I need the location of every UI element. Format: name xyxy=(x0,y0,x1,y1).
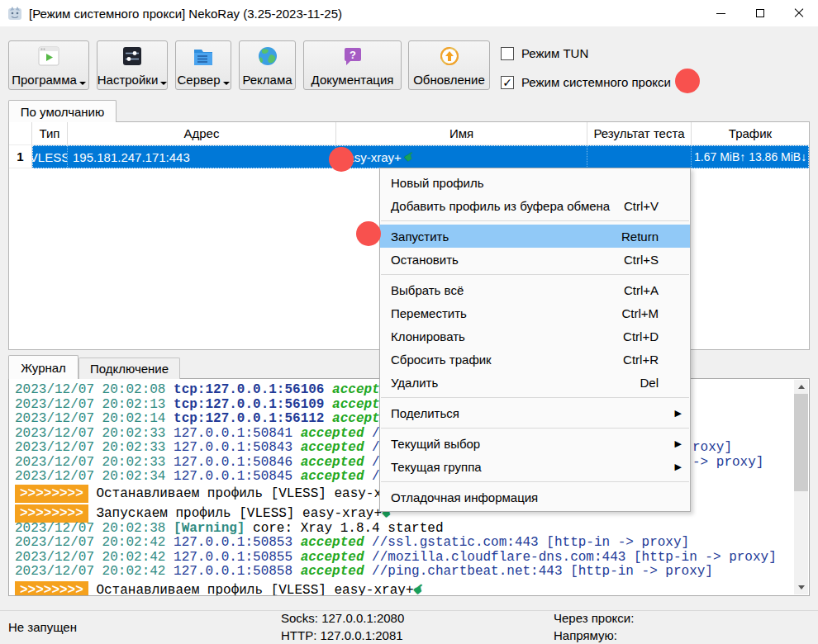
click-annotation-run xyxy=(356,221,381,246)
log-segment: accepted xyxy=(292,550,364,565)
submenu-arrow-icon: ▶ xyxy=(672,462,682,471)
menu-item-run[interactable]: ЗапуститьReturn xyxy=(380,225,690,248)
cell-address: 195.181.247.171:443 xyxy=(68,145,336,168)
log-segment: 127.0.0.1:50841 xyxy=(174,426,292,441)
menu-item-current-group[interactable]: Текущая группа▶ xyxy=(380,455,690,478)
log-line: 2023/12/07 20:02:38 [Warning] core: Xray… xyxy=(15,522,794,537)
svg-text:?: ? xyxy=(350,49,356,61)
scroll-down-button[interactable] xyxy=(794,580,808,594)
cell-name: easy-xray+☛ xyxy=(336,145,587,168)
tab-log-label: Журнал xyxy=(21,361,66,375)
table-row[interactable]: 1 VLESS 195.181.247.171:443 easy-xray+☛ … xyxy=(9,145,809,168)
folder-icon xyxy=(191,45,216,69)
log-segment: 2023/12/07 20:02:14 xyxy=(15,411,174,426)
log-segment: accepted xyxy=(292,440,364,455)
dropdown-arrow-icon xyxy=(223,82,230,85)
window-title: [Режим системного прокси] NekoRay (3.25-… xyxy=(29,7,342,21)
menu-item-move[interactable]: ПереместитьCtrl+M xyxy=(380,301,690,324)
minimize-button[interactable] xyxy=(701,0,740,26)
column-header-rownum[interactable] xyxy=(9,122,32,144)
menu-item-select-all[interactable]: Выбрать всёCtrl+A xyxy=(380,278,690,301)
tab-log[interactable]: Журнал xyxy=(8,355,78,379)
menu-item-label: Запустить xyxy=(391,230,621,244)
menu-item-shortcut: Ctrl+V xyxy=(624,199,659,213)
menu-item-clone[interactable]: КлонироватьCtrl+D xyxy=(380,324,690,348)
documentation-button[interactable]: ? Документация xyxy=(303,40,402,90)
log-scrollbar[interactable] xyxy=(794,380,808,594)
log-segment: 2023/12/07 20:02:42 xyxy=(15,535,174,550)
log-segment: 2023/12/07 20:02:42 xyxy=(15,564,174,579)
program-button[interactable]: Программа xyxy=(8,40,89,90)
maximize-button[interactable] xyxy=(740,0,779,26)
log-segment: 2023/12/07 20:02:38 xyxy=(15,521,174,536)
menu-item-reset-traffic[interactable]: Сбросить трафикCtrl+R xyxy=(380,348,690,371)
group-tab-label: По умолчанию xyxy=(21,105,104,119)
log-segment: roxy] xyxy=(692,441,732,456)
menu-item-label: Текущая группа xyxy=(391,460,672,474)
tab-connections[interactable]: Подключение xyxy=(78,358,180,379)
menu-separator xyxy=(381,220,689,221)
menu-separator xyxy=(381,481,689,482)
log-segment: accepted xyxy=(292,469,364,484)
program-icon xyxy=(36,45,61,69)
log-segment: 2023/12/07 20:02:34 xyxy=(15,469,174,484)
statusbar-divider xyxy=(0,610,818,611)
row-number: 1 xyxy=(9,145,32,168)
log-segment: tcp:127.0.0.1:56112 xyxy=(174,411,324,426)
settings-button[interactable]: Настройки xyxy=(97,40,168,90)
menu-item-share[interactable]: Поделиться▶ xyxy=(380,401,690,424)
log-segment: core: Xray 1.8.4 started xyxy=(245,521,443,536)
dropdown-arrow-icon xyxy=(79,82,86,85)
log-segment: 127.0.0.1:50858 xyxy=(174,564,292,579)
tun-mode-checkbox[interactable]: Режим TUN xyxy=(501,46,588,60)
menu-item-add-profile-from-clipboard[interactable]: Добавить профиль из буфера обменаCtrl+V xyxy=(380,194,690,217)
update-button[interactable]: Обновление xyxy=(408,40,490,90)
click-annotation-row xyxy=(329,147,354,172)
menu-item-shortcut: Del xyxy=(640,376,659,390)
minimize-icon xyxy=(716,13,725,14)
globe-icon xyxy=(255,45,280,69)
status-via-proxy: Через прокси: xyxy=(554,611,634,625)
selected-row[interactable]: VLESS 195.181.247.171:443 easy-xray+☛ 1.… xyxy=(32,145,809,168)
menu-item-delete[interactable]: УдалитьDel xyxy=(380,371,690,394)
column-header-traffic[interactable]: Трафик xyxy=(692,122,809,144)
scroll-up-button[interactable] xyxy=(794,380,808,394)
log-segment: 127.0.0.1:50853 xyxy=(174,535,292,550)
menu-separator xyxy=(381,428,689,429)
column-header-name[interactable]: Имя xyxy=(336,122,587,144)
cell-traffic: 1.67 MiB↑ 13.86 MiB↓ xyxy=(692,145,809,168)
log-segment: 127.0.0.1:50846 xyxy=(174,455,292,470)
program-button-label: Программа xyxy=(12,73,77,86)
log-line: 2023/12/07 20:02:42 127.0.0.1:50853 acce… xyxy=(15,536,794,551)
log-segment: 2023/12/07 20:02:08 xyxy=(15,382,174,397)
log-segment: / xyxy=(364,440,379,455)
server-button-label: Сервер xyxy=(178,73,221,86)
menu-item-label: Новый профиль xyxy=(391,176,672,190)
log-segment: 2023/12/07 20:02:42 xyxy=(15,550,174,565)
log-segment: / xyxy=(364,455,379,470)
menu-item-label: Поделиться xyxy=(391,406,672,420)
column-header-test-result[interactable]: Результат теста xyxy=(587,122,692,144)
system-proxy-checkbox[interactable]: ✓ Режим системного прокси xyxy=(501,75,671,89)
maximize-icon xyxy=(756,9,764,17)
ads-button[interactable]: Реклама xyxy=(239,40,296,90)
log-line: >>>>>>>> Останавливаем профиль [VLESS] e… xyxy=(15,580,794,597)
context-menu: Новый профильДобавить профиль из буфера … xyxy=(379,168,691,512)
menu-item-current-select[interactable]: Текущий выбор▶ xyxy=(380,432,690,455)
menu-item-new-profile[interactable]: Новый профиль xyxy=(380,171,690,194)
group-tab-default[interactable]: По умолчанию xyxy=(8,100,117,122)
server-button[interactable]: Сервер xyxy=(175,40,231,90)
log-segment: 2023/12/07 20:02:13 xyxy=(15,397,174,412)
column-header-address[interactable]: Адрес xyxy=(68,122,336,144)
menu-item-debug-info[interactable]: Отладочная информация xyxy=(380,485,690,509)
column-header-type[interactable]: Тип xyxy=(32,122,68,144)
scrollbar-thumb[interactable] xyxy=(794,394,808,491)
menu-item-label: Выбрать всё xyxy=(391,283,624,297)
close-button[interactable] xyxy=(779,0,818,26)
menu-item-stop[interactable]: ОстановитьCtrl+S xyxy=(380,248,690,271)
menu-item-shortcut: Ctrl+A xyxy=(624,283,659,297)
chevron-up-icon xyxy=(798,385,805,389)
menu-item-shortcut: Ctrl+S xyxy=(624,253,659,267)
log-line: 2023/12/07 20:02:42 127.0.0.1:50858 acce… xyxy=(15,565,794,580)
log-segment: [Warning] xyxy=(174,521,245,536)
